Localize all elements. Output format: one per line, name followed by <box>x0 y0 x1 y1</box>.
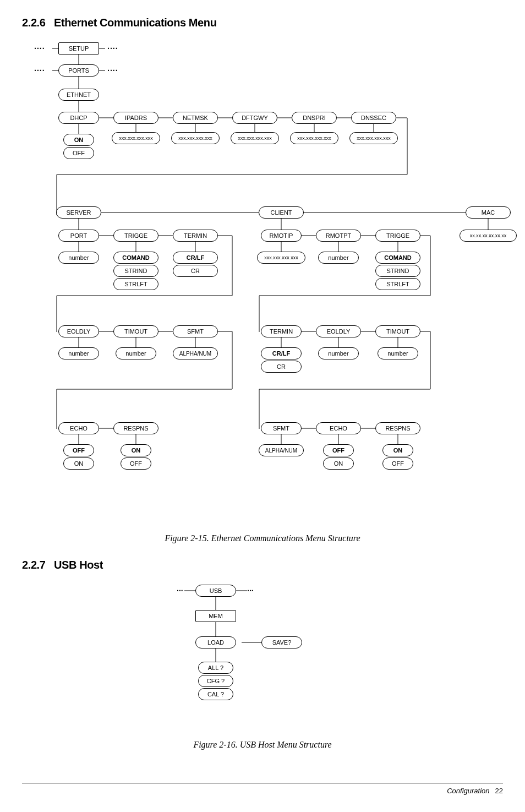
dots-left-2: ···· <box>34 66 45 75</box>
node-client-termin: TERMIN <box>261 325 302 337</box>
node-client-timout: TIMOUT <box>375 325 420 337</box>
node-server-sfmt: SFMT <box>173 325 218 337</box>
node-mac-val: xx.xx.xx.xx.xx.xx <box>460 230 517 242</box>
node-ipadrs-val: xxx.xxx.xxx.xxx <box>112 132 160 144</box>
node-setup: SETUP <box>58 42 99 55</box>
node-client-trigge: TRIGGE <box>375 230 420 242</box>
node-ipadrs: IPADRS <box>113 112 158 124</box>
dots-left-1: ···· <box>34 44 45 53</box>
node-client-echo-on: ON <box>323 457 354 470</box>
node-server-echo-off: OFF <box>63 444 94 456</box>
node-client-strind: STRIND <box>375 265 420 277</box>
node-dhcp-on: ON <box>63 134 94 146</box>
node-server-respns: RESPNS <box>113 422 158 434</box>
node-server-cr: CR <box>173 265 218 277</box>
node-client-timout-number: number <box>378 347 418 359</box>
node-client-respns: RESPNS <box>375 422 420 434</box>
node-server-echo-on: ON <box>63 457 94 470</box>
node-client: CLIENT <box>259 206 304 219</box>
node-server-alphanum: ALPHA/NUM <box>173 347 218 359</box>
node-server-timout-number: number <box>116 347 156 359</box>
node-client-comand: COMAND <box>375 252 420 264</box>
node-server-crlf: CR/LF <box>173 252 218 264</box>
node-dftgwy: DFTGWY <box>232 112 277 124</box>
node-server-port-number: number <box>58 252 99 264</box>
dots-left-usb: ··· <box>177 586 183 595</box>
node-dnssec-val: xxx.xxx.xxx.xxx <box>349 132 398 144</box>
node-dftgwy-val: xxx.xxx.xxx.xxx <box>231 132 279 144</box>
node-server-strind: STRIND <box>113 265 158 277</box>
node-mac: MAC <box>466 206 511 219</box>
node-server-eoldly-number: number <box>58 347 99 359</box>
section-heading-1: 2.2.6 Ethernet Communications Menu <box>22 17 503 29</box>
section-heading-2: 2.2.7 USB Host <box>22 559 503 571</box>
node-client-echo-off: OFF <box>323 444 354 456</box>
node-cal: CAL ? <box>198 688 233 700</box>
node-client-crlf: CR/LF <box>261 347 302 359</box>
node-client-sfmt: SFMT <box>261 422 302 434</box>
node-client-eoldly-number: number <box>318 347 359 359</box>
node-dhcp: DHCP <box>58 112 99 124</box>
node-ports: PORTS <box>58 64 99 77</box>
node-netmsk: NETMSK <box>173 112 218 124</box>
node-client-rmotip: RMOTIP <box>261 230 302 242</box>
node-server-trigge: TRIGGE <box>113 230 158 242</box>
node-client-alphanum: ALPHA/NUM <box>259 444 304 456</box>
node-server-timout: TIMOUT <box>113 325 158 337</box>
usb-host-diagram: ··· ··· USB MEM LOAD SAVE? ALL ? CFG ? C… <box>174 579 351 733</box>
node-client-respns-off: OFF <box>382 457 413 470</box>
dots-right-1: ···· <box>107 44 118 53</box>
node-cfg: CFG ? <box>198 675 233 687</box>
node-load: LOAD <box>195 636 236 648</box>
node-dnspri-val: xxx.xxx.xxx.xxx <box>290 132 338 144</box>
node-server-respns-off: OFF <box>121 457 151 470</box>
node-server-echo: ECHO <box>58 422 99 434</box>
node-save: SAVE? <box>261 636 302 648</box>
page-footer: Configuration22 <box>22 783 503 795</box>
node-usb: USB <box>195 585 236 597</box>
node-dnspri: DNSPRI <box>292 112 337 124</box>
dots-right-usb: ··· <box>247 586 254 595</box>
node-client-eoldly: EOLDLY <box>316 325 361 337</box>
node-server-termin: TERMIN <box>173 230 218 242</box>
node-server-port: PORT <box>58 230 99 242</box>
node-server: SERVER <box>56 206 101 219</box>
node-client-echo: ECHO <box>316 422 361 434</box>
node-client-cr: CR <box>261 361 302 373</box>
node-netmsk-val: xxx.xxx.xxx.xxx <box>171 132 220 144</box>
node-server-respns-on: ON <box>121 444 151 456</box>
node-server-eoldly: EOLDLY <box>58 325 99 337</box>
node-client-rmotip-val: xxx.xxx.xxx.xxx <box>257 252 305 264</box>
node-client-respns-on: ON <box>382 444 413 456</box>
node-client-rmotpt-number: number <box>318 252 359 264</box>
dots-right-2: ···· <box>107 66 118 75</box>
node-all: ALL ? <box>198 662 233 674</box>
node-client-strlft: STRLFT <box>375 278 420 290</box>
node-ethnet: ETHNET <box>58 89 99 101</box>
ethernet-menu-diagram: ···· ···· SETUP ···· ···· PORTS ETHNET D… <box>22 37 503 527</box>
node-dnssec: DNSSEC <box>351 112 396 124</box>
node-server-strlft: STRLFT <box>113 278 158 290</box>
node-dhcp-off: OFF <box>63 147 94 159</box>
node-mem: MEM <box>195 610 236 622</box>
node-client-rmotpt: RMOTPT <box>316 230 361 242</box>
node-server-comand: COMAND <box>113 252 158 264</box>
figure-caption-1: Figure 2-15. Ethernet Communications Men… <box>22 533 503 543</box>
figure-caption-2: Figure 2-16. USB Host Menu Structure <box>22 740 503 750</box>
